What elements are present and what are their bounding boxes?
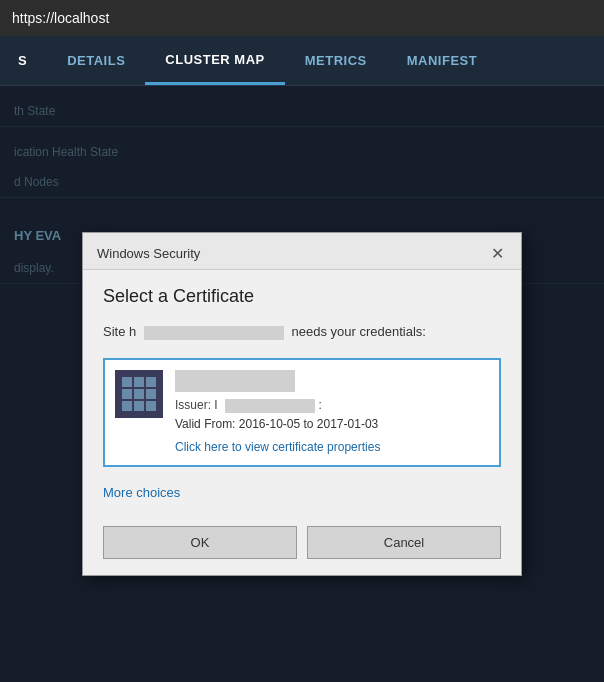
cert-dot-8 bbox=[134, 401, 144, 411]
dialog-footer: OK Cancel bbox=[83, 516, 521, 575]
cert-validity: Valid From: 2016-10-05 to 2017-01-03 bbox=[175, 417, 489, 431]
cert-dot-5 bbox=[134, 389, 144, 399]
browser-url: https://localhost bbox=[12, 10, 109, 26]
dialog-title: Windows Security bbox=[97, 246, 200, 261]
dialog-body: Select a Certificate Site h needs your c… bbox=[83, 270, 521, 515]
description-end: needs your credentials: bbox=[292, 324, 426, 339]
nav-bar: S DETAILS CLUSTER MAP METRICS MANIFEST bbox=[0, 36, 604, 86]
cert-dot-1 bbox=[122, 377, 132, 387]
cert-details: Issuer: I : Valid From: 2016-10-05 to 20… bbox=[175, 370, 489, 455]
cert-dot-7 bbox=[122, 401, 132, 411]
security-dialog: Windows Security ✕ Select a Certificate … bbox=[82, 232, 522, 575]
dialog-titlebar: Windows Security ✕ bbox=[83, 233, 521, 270]
ok-button[interactable]: OK bbox=[103, 526, 297, 559]
bg-content: th State ication Health State d Nodes HY… bbox=[0, 86, 604, 682]
dialog-description: Site h needs your credentials: bbox=[103, 323, 501, 341]
cert-issuer-value bbox=[225, 399, 315, 413]
description-start: Site h bbox=[103, 324, 136, 339]
cert-dot-9 bbox=[146, 401, 156, 411]
cert-name bbox=[175, 370, 295, 392]
cert-issuer-label: Issuer: I bbox=[175, 398, 218, 412]
site-url-redacted bbox=[144, 326, 284, 340]
cert-dot-3 bbox=[146, 377, 156, 387]
browser-bar: https://localhost bbox=[0, 0, 604, 36]
tab-metrics[interactable]: METRICS bbox=[285, 36, 387, 85]
cert-dot-6 bbox=[146, 389, 156, 399]
certificate-item[interactable]: Issuer: I : Valid From: 2016-10-05 to 20… bbox=[103, 358, 501, 467]
tab-dashboard[interactable]: S bbox=[10, 36, 47, 85]
cancel-button[interactable]: Cancel bbox=[307, 526, 501, 559]
tab-manifest[interactable]: MANIFEST bbox=[387, 36, 497, 85]
cert-dot-2 bbox=[134, 377, 144, 387]
tab-cluster-map[interactable]: CLUSTER MAP bbox=[145, 36, 284, 85]
cert-icon bbox=[115, 370, 163, 418]
modal-overlay: Windows Security ✕ Select a Certificate … bbox=[0, 86, 604, 682]
dialog-heading: Select a Certificate bbox=[103, 286, 501, 307]
cert-dot-4 bbox=[122, 389, 132, 399]
tab-details[interactable]: DETAILS bbox=[47, 36, 145, 85]
cert-icon-grid bbox=[122, 377, 156, 411]
dialog-close-button[interactable]: ✕ bbox=[487, 243, 507, 263]
more-choices-link[interactable]: More choices bbox=[103, 477, 180, 504]
cert-properties-link[interactable]: Click here to view certificate propertie… bbox=[175, 440, 380, 454]
cert-issuer-row: Issuer: I : bbox=[175, 398, 489, 413]
